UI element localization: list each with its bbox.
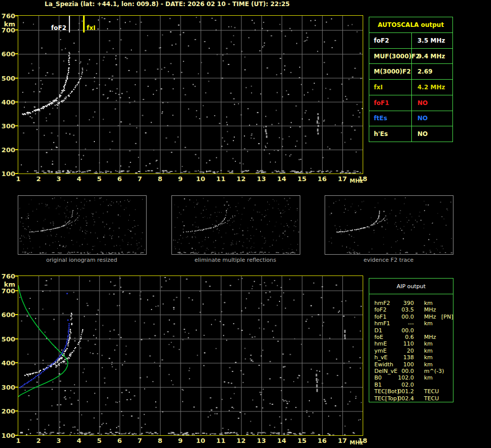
y-axis-tick-mark (15, 78, 18, 79)
y-axis-tick-mark (15, 435, 18, 436)
autoscala-output-table: AUTOSCALA output foF23.5 MHzMUF(3000)F29… (369, 17, 453, 142)
x-axis-tick-label: 8 (155, 437, 166, 444)
parameter-note (441, 334, 453, 340)
parameter-value: 03.5 (397, 306, 414, 313)
x-axis-tick-label: 7 (134, 437, 146, 444)
parameter-label: fxI (369, 80, 412, 95)
x-axis-tick-label: 2 (33, 437, 44, 444)
panel-original-ionogram (18, 195, 147, 257)
parameter-note (441, 300, 453, 306)
y-axis-tick-mark (15, 290, 18, 291)
parameter-label: DelN_vE (374, 368, 397, 374)
y-axis-tick-mark (15, 275, 18, 277)
parameter-value: 00.0 (397, 314, 414, 320)
parameter-note (441, 361, 453, 368)
parameter-label: B0 (374, 374, 397, 381)
parameter-unit: MHz (424, 334, 441, 340)
x-axis-tick-label: 17 (337, 437, 348, 444)
parameter-value: 110 (397, 340, 414, 347)
x-axis-tick-label: 6 (114, 176, 125, 182)
y-axis-tick-label: 760 (0, 273, 15, 280)
svg-text:fxI: fxI (87, 24, 95, 31)
page-title: La_Spezia (lat: +44.1, lon: 009.8) - DAT… (45, 1, 290, 8)
y-axis-tick-label: 400 (0, 99, 15, 106)
x-axis-tick-label: 3 (53, 176, 64, 182)
parameter-value: 138 (397, 354, 414, 361)
panel-eliminate-reflections (171, 195, 300, 257)
x-axis-tick-label: 9 (175, 176, 186, 182)
parameter-note (441, 306, 453, 313)
parameter-value: 4.2 MHz (412, 80, 452, 95)
top-ionogram-canvas: foF2fxI (18, 15, 363, 174)
parameter-label: M(3000)F2 (369, 64, 412, 79)
parameter-note (441, 382, 453, 388)
parameter-unit: km (424, 361, 441, 368)
parameter-note (441, 340, 453, 347)
parameter-label: TEC[Bot] (374, 388, 397, 395)
panel-eliminate-canvas (171, 195, 300, 255)
aip-row-hmf1: hmF1---km (374, 320, 453, 327)
panel-evidence-canvas (325, 195, 453, 255)
y-axis-tick-mark (15, 173, 18, 174)
parameter-unit: TECU (424, 395, 441, 402)
parameter-value: 00.0 (397, 327, 414, 334)
y-axis-tick-label: 700 (0, 27, 15, 33)
parameter-unit: TECU (424, 388, 441, 395)
y-axis-tick-mark (15, 410, 18, 411)
aip-row-hve: h_vE138km (374, 354, 453, 361)
x-axis-tick-label: 5 (94, 437, 105, 444)
y-axis-tick-label: 200 (0, 408, 15, 415)
parameter-label: foF1 (374, 314, 397, 320)
aip-row-tectop: TEC[Top]002.4TECU (374, 395, 453, 402)
parameter-label: ftEs (369, 111, 412, 126)
parameter-value: 001.2 (397, 388, 414, 395)
parameter-label: hmF1 (374, 320, 397, 327)
parameter-label: TEC[Top] (374, 395, 397, 402)
parameter-value: 20 (397, 348, 414, 354)
parameter-value: --- (397, 320, 414, 327)
parameter-label: B1 (374, 382, 397, 388)
autoscala-row-m3000f2: M(3000)F22.69 (369, 63, 452, 79)
panel-evidence-f2 (325, 195, 453, 257)
x-axis-tick-label: 16 (317, 437, 328, 444)
x-axis-unit-label: MHz (349, 440, 363, 445)
y-axis-tick-mark (15, 53, 18, 54)
parameter-note (441, 320, 453, 327)
autoscala-row-muf3000f2: MUF(3000)F29.4 MHz (369, 48, 452, 64)
parameter-note: [PN] (441, 314, 453, 320)
parameter-note (441, 388, 453, 395)
x-axis-tick-label: 4 (74, 437, 85, 444)
y-axis-tick-label: 500 (0, 336, 15, 342)
x-axis-tick-label: 13 (256, 437, 267, 444)
parameter-value: NO (412, 126, 452, 142)
parameter-value: 02.0 (397, 382, 414, 388)
y-axis-tick-label: 300 (0, 384, 15, 391)
parameter-note (441, 348, 453, 354)
panel-caption: eliminate multiple reflections (171, 257, 299, 263)
parameter-label: Ewidth (374, 361, 397, 368)
y-axis-tick-mark (15, 29, 18, 30)
parameter-label: ymE (374, 348, 397, 354)
parameter-value: 002.4 (397, 395, 414, 402)
parameter-note (441, 354, 453, 361)
x-axis-tick-label: 17 (337, 176, 348, 182)
parameter-note (441, 395, 453, 402)
x-axis-unit-label: MHz (349, 178, 363, 184)
parameter-label: hmF2 (374, 300, 397, 306)
bottom-ionogram-canvas (18, 275, 363, 436)
parameter-unit (424, 382, 441, 388)
parameter-note (441, 368, 453, 374)
x-axis-tick-label: 10 (195, 437, 206, 444)
aip-row-d1: D100.0 (374, 327, 453, 334)
y-axis-tick-label: 400 (0, 360, 15, 366)
aip-row-tecbot: TEC[Bot]001.2TECU (374, 388, 453, 395)
x-axis-tick-label: 2 (33, 176, 44, 182)
y-axis-tick-label: 600 (0, 51, 15, 57)
aip-table-header: AIP output (369, 279, 453, 294)
x-axis-tick-label: 15 (296, 437, 307, 444)
parameter-unit: km (424, 320, 441, 327)
parameter-unit: km (424, 300, 441, 306)
autoscala-row-ftes: ftEsNO (369, 111, 452, 126)
y-axis-tick-label: 200 (0, 147, 15, 153)
x-axis-tick-label: 10 (195, 176, 206, 182)
